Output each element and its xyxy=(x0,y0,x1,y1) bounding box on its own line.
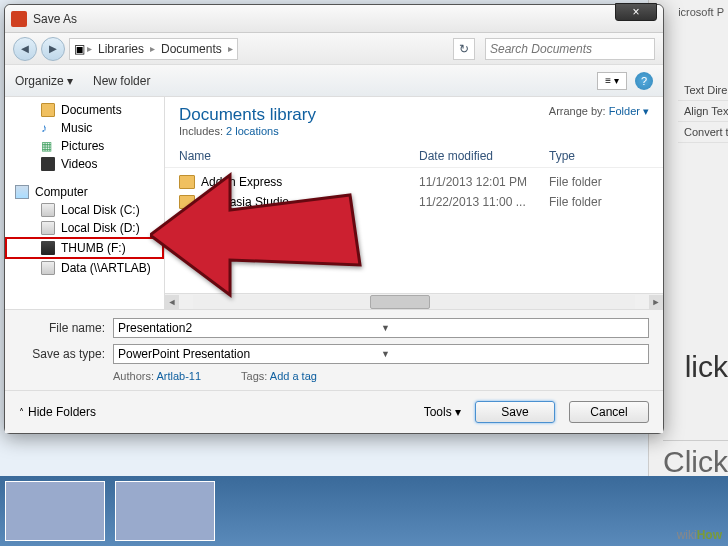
content-pane: Arrange by: Folder ▾ Documents library I… xyxy=(165,97,663,309)
nav-bar: ◄ ► ▣ ▸ Libraries ▸ Documents ▸ ↻ xyxy=(5,33,663,65)
folder-icon xyxy=(179,175,195,189)
save-as-dialog: Save As × ◄ ► ▣ ▸ Libraries ▸ Documents … xyxy=(4,4,664,434)
crumb-libraries[interactable]: Libraries xyxy=(94,42,148,56)
usb-drive-icon xyxy=(41,241,55,255)
tree-label: Local Disk (C:) xyxy=(61,203,140,217)
search-input[interactable] xyxy=(490,42,650,56)
file-date: 11/22/2013 11:00 ... xyxy=(419,195,549,209)
file-row[interactable]: Camtasia Studio 11/22/2013 11:00 ... Fil… xyxy=(179,192,649,212)
search-box[interactable] xyxy=(485,38,655,60)
cancel-button[interactable]: Cancel xyxy=(569,401,649,423)
horizontal-scrollbar[interactable]: ◄ ► xyxy=(165,293,663,309)
scroll-left-arrow[interactable]: ◄ xyxy=(165,295,179,309)
tools-menu[interactable]: Tools ▾ xyxy=(424,405,461,419)
tree-computer[interactable]: Computer xyxy=(5,183,164,201)
file-name: Add-in Express xyxy=(201,175,282,189)
tree-label: Videos xyxy=(61,157,97,171)
tags-value[interactable]: Add a tag xyxy=(270,370,317,382)
forward-button[interactable]: ► xyxy=(41,37,65,61)
refresh-button[interactable]: ↻ xyxy=(453,38,475,60)
filename-row: File name: Presentation2 ▼ xyxy=(19,318,649,338)
nav-tree: Documents ♪Music ▦Pictures Videos Comput… xyxy=(5,97,165,309)
bg-ribbon-3: Convert to xyxy=(678,122,728,143)
scroll-track[interactable] xyxy=(193,295,635,309)
organize-menu[interactable]: Organize ▾ xyxy=(15,74,73,88)
savetype-value: PowerPoint Presentation xyxy=(118,347,381,361)
view-mode-button[interactable]: ≡ ▾ xyxy=(597,72,627,90)
authors-value[interactable]: Artlab-11 xyxy=(156,370,201,382)
savetype-label: Save as type: xyxy=(19,347,105,361)
tree-label: Computer xyxy=(35,185,88,199)
crumb-documents[interactable]: Documents xyxy=(157,42,226,56)
drive-icon xyxy=(41,203,55,217)
file-type: File folder xyxy=(549,195,649,209)
background-ribbon: Text Direc Align Text Convert to xyxy=(678,80,728,143)
tree-drive-c[interactable]: Local Disk (C:) xyxy=(5,201,164,219)
videos-icon xyxy=(41,157,55,171)
crumb-sep: ▸ xyxy=(150,43,155,54)
music-icon: ♪ xyxy=(41,121,55,135)
file-date: 11/1/2013 12:01 PM xyxy=(419,175,549,189)
tree-label: Pictures xyxy=(61,139,104,153)
dialog-footer: ˄ Hide Folders Tools ▾ Save Cancel xyxy=(5,390,663,433)
close-button[interactable]: × xyxy=(615,3,657,21)
crumb-sep: ▸ xyxy=(87,43,92,54)
includes-link[interactable]: 2 locations xyxy=(226,125,279,137)
app-icon xyxy=(11,11,27,27)
watermark-wiki: wiki xyxy=(677,528,697,542)
savetype-select[interactable]: PowerPoint Presentation ▼ xyxy=(113,344,649,364)
library-subtitle: Includes: 2 locations xyxy=(179,125,649,137)
tree-videos[interactable]: Videos xyxy=(5,155,164,173)
col-type[interactable]: Type xyxy=(549,149,649,163)
titlebar: Save As × xyxy=(5,5,663,33)
tree-music[interactable]: ♪Music xyxy=(5,119,164,137)
bg-ribbon-2: Align Text xyxy=(678,101,728,122)
col-date[interactable]: Date modified xyxy=(419,149,549,163)
watermark-how: How xyxy=(697,528,722,542)
arrange-value[interactable]: Folder ▾ xyxy=(609,105,649,117)
scroll-right-arrow[interactable]: ► xyxy=(649,295,663,309)
back-button[interactable]: ◄ xyxy=(13,37,37,61)
authors-label: Authors: xyxy=(113,370,154,382)
arrange-label: Arrange by: xyxy=(549,105,606,117)
bg-ribbon-1: Text Direc xyxy=(678,80,728,101)
drive-icon xyxy=(41,221,55,235)
pictures-icon: ▦ xyxy=(41,139,55,153)
tree-thumb-drive[interactable]: THUMB (F:) xyxy=(5,237,164,259)
scroll-thumb[interactable] xyxy=(370,295,430,309)
dropdown-icon[interactable]: ▼ xyxy=(381,323,644,333)
tree-drive-d[interactable]: Local Disk (D:) xyxy=(5,219,164,237)
form-area: File name: Presentation2 ▼ Save as type:… xyxy=(5,309,663,390)
tree-label: THUMB (F:) xyxy=(61,241,126,255)
slide-thumb xyxy=(115,481,215,541)
filename-label: File name: xyxy=(19,321,105,335)
caret-up-icon: ˄ xyxy=(19,407,24,418)
file-row[interactable]: Add-in Express 11/1/2013 12:01 PM File f… xyxy=(179,172,649,192)
file-list: Add-in Express 11/1/2013 12:01 PM File f… xyxy=(165,168,663,293)
column-headers[interactable]: Name Date modified Type xyxy=(165,145,663,168)
dropdown-icon[interactable]: ▼ xyxy=(381,349,644,359)
file-name: Camtasia Studio xyxy=(201,195,289,209)
tree-label: Local Disk (D:) xyxy=(61,221,140,235)
savetype-row: Save as type: PowerPoint Presentation ▼ xyxy=(19,344,649,364)
dialog-body: Documents ♪Music ▦Pictures Videos Comput… xyxy=(5,97,663,309)
bg-slide-text-2: Click xyxy=(663,440,728,479)
save-button[interactable]: Save xyxy=(475,401,555,423)
network-drive-icon xyxy=(41,261,55,275)
tree-pictures[interactable]: ▦Pictures xyxy=(5,137,164,155)
tree-network-data[interactable]: Data (\\ARTLAB) xyxy=(5,259,164,277)
tree-documents[interactable]: Documents xyxy=(5,101,164,119)
crumb-sep: ▸ xyxy=(228,43,233,54)
tree-label: Documents xyxy=(61,103,122,117)
hide-folders-label: Hide Folders xyxy=(28,405,96,419)
help-button[interactable]: ? xyxy=(635,72,653,90)
hide-folders-button[interactable]: ˄ Hide Folders xyxy=(19,405,96,419)
arrange-by: Arrange by: Folder ▾ xyxy=(549,105,649,118)
new-folder-button[interactable]: New folder xyxy=(93,74,150,88)
breadcrumb[interactable]: ▣ ▸ Libraries ▸ Documents ▸ xyxy=(69,38,238,60)
filename-input[interactable]: Presentation2 ▼ xyxy=(113,318,649,338)
col-name[interactable]: Name xyxy=(179,149,419,163)
folder-icon xyxy=(179,195,195,209)
file-type: File folder xyxy=(549,175,649,189)
bg-slide-text-1: lick xyxy=(685,350,728,384)
